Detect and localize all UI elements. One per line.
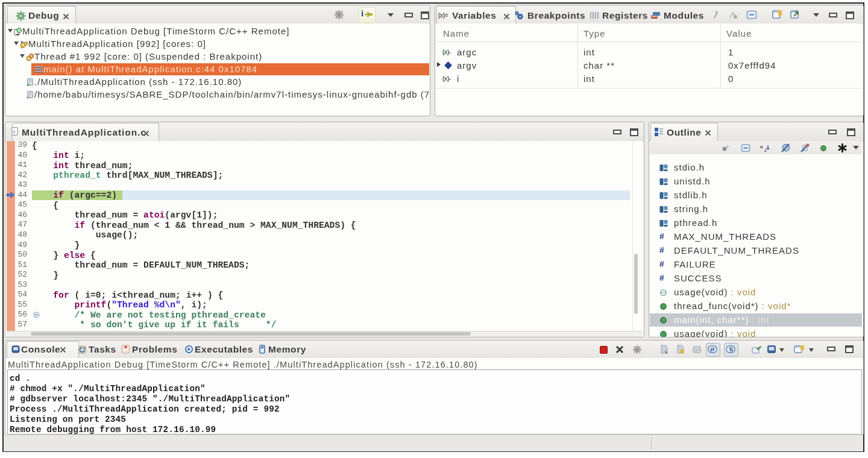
svg-text:a: a xyxy=(760,144,763,149)
svg-text:⇄: ⇄ xyxy=(710,347,715,353)
svg-text:c: c xyxy=(13,129,16,134)
svg-text:C: C xyxy=(18,28,21,33)
svg-text:⇅: ⇅ xyxy=(729,347,734,353)
